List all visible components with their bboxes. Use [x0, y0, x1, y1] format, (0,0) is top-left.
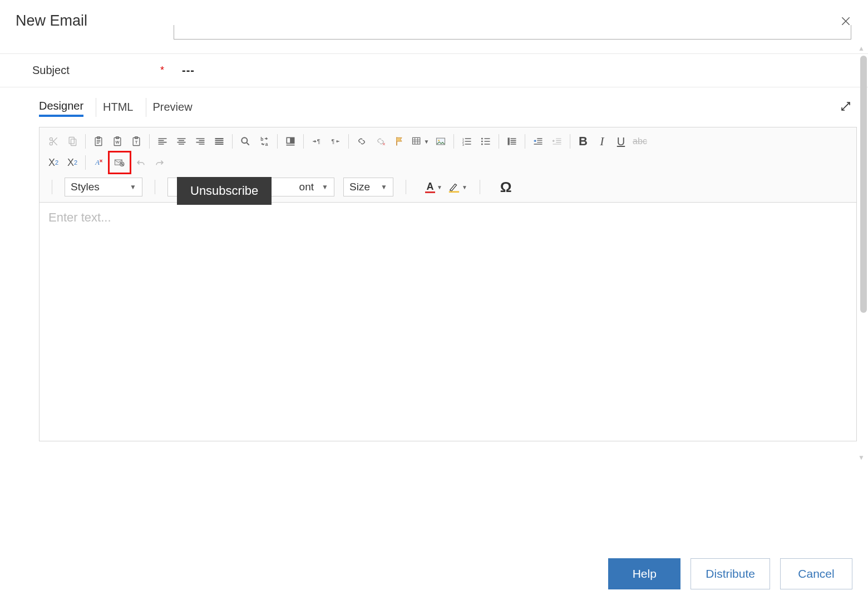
unsubscribe-button[interactable] [111, 154, 128, 171]
text-color-button[interactable]: A ▼ [425, 181, 442, 193]
paste-text-button[interactable]: T [128, 133, 145, 150]
tab-html[interactable]: HTML [103, 99, 133, 116]
styles-select-label: Styles [71, 181, 100, 193]
scroll-up-arrow[interactable]: ▲ [858, 45, 865, 52]
toolbar-separator [480, 180, 480, 194]
styles-select[interactable]: Styles ▼ [65, 178, 142, 196]
caret-down-icon: ▼ [381, 183, 387, 191]
remove-format-icon: A [93, 157, 104, 168]
special-char-button[interactable]: Ω [500, 179, 512, 196]
svg-rect-2 [69, 137, 74, 144]
indent-icon [532, 136, 544, 147]
table-icon [411, 136, 422, 147]
outdent-icon [551, 136, 563, 147]
flag-icon [394, 136, 405, 147]
paste-word-button[interactable]: W [109, 133, 126, 150]
rtl-button[interactable]: ¶ [327, 133, 344, 150]
subscript-button[interactable]: X2 [45, 154, 62, 171]
copy-button[interactable] [64, 133, 81, 150]
cancel-button[interactable]: Cancel [780, 558, 852, 589]
previous-field-border [174, 25, 851, 40]
toolbar-separator [499, 134, 499, 149]
templates-button[interactable] [282, 133, 299, 150]
unlink-button[interactable]: × [372, 133, 389, 150]
bullet-list-button[interactable] [477, 133, 494, 150]
cut-button[interactable] [45, 133, 62, 150]
redo-button[interactable] [151, 154, 168, 171]
svg-point-22 [438, 140, 440, 141]
unlink-icon: × [375, 136, 386, 147]
toolbar-separator [570, 134, 570, 149]
image-button[interactable] [432, 133, 449, 150]
blockquote-button[interactable] [504, 133, 520, 150]
align-justify-button[interactable] [211, 133, 228, 150]
toolbar-separator [52, 180, 52, 194]
editor-tabs: Designer HTML Preview [39, 97, 205, 117]
toolbar-separator [406, 180, 406, 194]
toolbar-separator [348, 134, 349, 149]
undo-button[interactable] [132, 154, 149, 171]
replace-button[interactable]: ba [256, 133, 273, 150]
unsubscribe-icon [114, 157, 125, 168]
help-button[interactable]: Help [608, 558, 680, 589]
toolbar-separator [525, 134, 525, 149]
text-color-icon: A [425, 181, 435, 193]
svg-text:A: A [95, 159, 100, 166]
link-button[interactable] [353, 133, 370, 150]
caret-down-icon: ▼ [437, 184, 442, 190]
align-center-button[interactable] [173, 133, 190, 150]
align-left-button[interactable] [154, 133, 171, 150]
find-button[interactable] [237, 133, 254, 150]
remove-format-button[interactable]: A [90, 154, 107, 171]
expand-button[interactable] [839, 100, 852, 115]
search-icon [240, 136, 251, 147]
align-right-icon [195, 136, 206, 147]
strike-button[interactable]: abc [632, 133, 648, 150]
tab-designer[interactable]: Designer [39, 97, 83, 117]
align-right-button[interactable] [192, 133, 209, 150]
superscript-button[interactable]: X2 [64, 154, 81, 171]
svg-text:W: W [115, 140, 120, 145]
svg-rect-20 [412, 137, 420, 144]
toolbar-separator [155, 180, 155, 194]
size-select[interactable]: Size ▼ [343, 178, 393, 196]
tab-preview[interactable]: Preview [153, 99, 193, 116]
editor-body[interactable]: Enter text... [40, 203, 856, 441]
tab-separator [96, 98, 96, 117]
italic-button[interactable]: I [594, 133, 610, 150]
svg-text:3: 3 [462, 143, 464, 146]
editor-container: W T ba ¶ ¶ × ▼ 123 [39, 127, 857, 441]
distribute-button[interactable]: Distribute [691, 558, 770, 589]
paste-button[interactable] [90, 133, 107, 150]
highlight-color-button[interactable]: ▼ [448, 181, 467, 193]
table-button[interactable]: ▼ [410, 133, 430, 150]
image-icon [435, 136, 446, 147]
underline-button[interactable]: U [613, 133, 629, 150]
tab-separator [146, 98, 146, 117]
scrollbar-thumb[interactable] [860, 56, 867, 313]
svg-text:T: T [135, 140, 138, 145]
svg-rect-16 [287, 138, 290, 142]
svg-point-28 [481, 144, 483, 145]
toolbar-separator [303, 134, 304, 149]
editor-toolbar: W T ba ¶ ¶ × ▼ 123 [40, 127, 856, 203]
svg-point-26 [481, 138, 483, 140]
dialog-footer: Help Distribute Cancel [608, 558, 852, 589]
toolbar-separator [85, 155, 86, 170]
unsubscribe-tooltip: Unsubscribe [177, 177, 272, 205]
outdent-button[interactable] [549, 133, 565, 150]
align-left-icon [157, 136, 168, 147]
svg-text:b: b [260, 136, 263, 142]
svg-point-27 [481, 141, 483, 142]
bold-button[interactable]: B [575, 133, 591, 150]
ltr-button[interactable]: ¶ [308, 133, 325, 150]
indent-button[interactable] [530, 133, 546, 150]
numbered-list-button[interactable]: 123 [458, 133, 475, 150]
bullet-list-icon [480, 136, 491, 147]
subject-value[interactable]: --- [182, 64, 195, 77]
caret-down-icon: ▼ [130, 183, 136, 191]
anchor-button[interactable] [391, 133, 408, 150]
toolbar-separator [85, 134, 86, 149]
scroll-down-arrow[interactable]: ▼ [858, 454, 865, 461]
align-justify-icon [214, 136, 225, 147]
